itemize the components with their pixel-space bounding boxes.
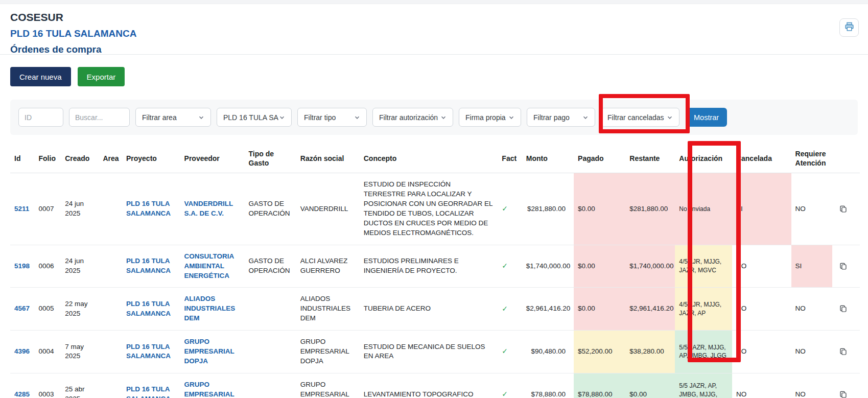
col-header-tipo-gasto: Tipo de Gasto <box>245 144 296 173</box>
cell-autorizacion: 4/5 LJR, MJJG, JAZR, MGVC <box>675 245 732 288</box>
filter-select-tipo[interactable]: Filtrar tipo <box>297 108 367 127</box>
cell-area <box>99 331 122 373</box>
cell-concepto: ESTUDIOS PRELIMINARES E INGENIERÍA DE PR… <box>360 245 498 288</box>
cell-cancelada: NO <box>732 331 791 373</box>
cell-creado: 25 abr 2025 <box>61 373 99 398</box>
cell-area <box>99 288 122 331</box>
copy-icon[interactable] <box>836 260 850 273</box>
cell-folio: 0004 <box>35 331 61 373</box>
filter-select-pago[interactable]: Filtrar pago <box>527 108 595 127</box>
cell-pagado: $0.00 <box>574 173 625 245</box>
project-link[interactable]: PLD 16 TULA SALAMANCA <box>126 200 171 217</box>
top-strip <box>0 0 868 4</box>
project-link[interactable]: PLD 16 TULA SALAMANCA <box>126 343 171 360</box>
table-row: 5211 0007 24 jun 2025 PLD 16 TULA SALAMA… <box>10 173 860 245</box>
check-icon: ✓ <box>502 305 508 313</box>
cell-concepto: LEVANTAMIENTO TOPOGRAFICO <box>360 373 498 398</box>
provider-link[interactable]: CONSULTORIA AMBIENTAL ENERGÉTICA <box>184 252 234 279</box>
col-header-id: Id <box>10 144 35 173</box>
action-buttons: Crear nueva Exportar <box>0 55 868 86</box>
cell-autorizacion: 5/5 JAZR, AP, JMBG, MJJG, JPR <box>675 373 732 398</box>
filter-select-label: Firma propia <box>465 113 506 122</box>
project-link[interactable]: PLD 16 TULA SALAMANCA <box>126 385 171 398</box>
col-header-concepto: Concepto <box>360 144 498 173</box>
filter-select-firma-propia[interactable]: Firma propia <box>459 108 521 127</box>
filter-select-label: Filtrar canceladas <box>607 113 664 122</box>
filter-select-label: Filtrar tipo <box>304 113 336 122</box>
filter-select-label: PLD 16 TULA SA <box>223 113 278 122</box>
cell-cancelada: NO <box>732 288 791 331</box>
cell-tipo-gasto <box>245 373 296 398</box>
cell-restante: $1,740,000.00 <box>625 245 675 288</box>
col-header-restante: Restante <box>625 144 675 173</box>
export-button[interactable]: Exportar <box>78 67 125 86</box>
order-id-link[interactable]: 5198 <box>14 262 30 270</box>
chevron-down-icon <box>667 114 673 121</box>
cell-folio: 0007 <box>35 173 61 245</box>
copy-icon[interactable] <box>836 202 850 216</box>
cell-restante: $2,961,416.20 <box>625 288 675 331</box>
cell-creado: 22 may 2025 <box>61 288 99 331</box>
company-name: COSESUR <box>10 11 858 24</box>
copy-icon[interactable] <box>836 388 850 398</box>
copy-icon[interactable] <box>836 345 850 358</box>
cell-restante: $38,280.00 <box>625 331 675 373</box>
filter-select-area[interactable]: Filtrar area <box>135 108 211 127</box>
check-icon: ✓ <box>502 390 508 398</box>
provider-link[interactable]: VANDERDRILL S.A. DE C.V. <box>184 200 233 217</box>
orders-table-wrap: IdFolioCreadoAreaProyectoProveedorTipo d… <box>10 144 858 398</box>
print-button[interactable] <box>839 18 859 37</box>
filter-select-label: Filtrar autorización <box>379 113 438 122</box>
cell-restante: $0.00 <box>625 373 675 398</box>
cell-concepto: ESTUDIO DE MECANICA DE SUELOS EN AREA <box>360 331 498 373</box>
project-link[interactable]: PLD 16 TULA SALAMANCA <box>126 300 171 317</box>
filter-select-label: Filtrar pago <box>533 113 570 122</box>
chevron-down-icon <box>440 114 447 121</box>
search-input[interactable] <box>69 108 130 127</box>
cell-tipo-gasto <box>245 331 296 373</box>
cell-creado: 24 jun 2025 <box>61 173 99 245</box>
cell-razon-social: GRUPO EMPRESARIAL DOPJA <box>296 331 360 373</box>
cell-tipo-gasto <box>245 288 296 331</box>
cell-autorizacion: No enviada <box>675 173 732 245</box>
cell-autorizacion: 4/5 LJR, MJJG, JAZR, AP <box>675 288 732 331</box>
filter-bar: Filtrar areaPLD 16 TULA SAFiltrar tipoFi… <box>10 100 858 135</box>
cell-monto: $1,740,000.00 <box>522 245 574 288</box>
cell-folio: 0006 <box>35 245 61 288</box>
col-header-cancelada: Cancelada <box>732 144 791 173</box>
col-header-fact: Fact <box>498 144 522 173</box>
order-id-link[interactable]: 4285 <box>14 390 30 398</box>
cell-creado: 7 may 2025 <box>61 331 99 373</box>
check-icon: ✓ <box>502 204 508 213</box>
col-header-requiere-atencion: Requiere Atención <box>791 144 833 173</box>
create-order-button[interactable]: Crear nueva <box>10 67 71 86</box>
provider-link[interactable]: ALIADOS INDUSTRIALES DEM <box>184 295 236 322</box>
cell-concepto: TUBERIA DE ACERO <box>360 288 498 331</box>
table-row: 4396 0004 7 may 2025 PLD 16 TULA SALAMAN… <box>10 331 860 373</box>
id-filter-input[interactable] <box>18 108 63 127</box>
table-row: 5198 0006 24 jun 2025 PLD 16 TULA SALAMA… <box>10 245 860 288</box>
order-id-link[interactable]: 4567 <box>14 305 30 312</box>
table-row: 4567 0005 22 may 2025 PLD 16 TULA SALAMA… <box>10 288 860 331</box>
show-button[interactable]: Mostrar <box>686 108 727 127</box>
chevron-down-icon <box>279 114 285 121</box>
filter-select-proyecto[interactable]: PLD 16 TULA SA <box>217 108 292 127</box>
project-link[interactable]: PLD 16 TULA SALAMANCA <box>126 257 171 274</box>
copy-icon[interactable] <box>836 302 850 315</box>
order-id-link[interactable]: 4396 <box>14 347 30 355</box>
provider-link[interactable]: GRUPO EMPRESARIAL DOPJA <box>184 338 234 365</box>
filter-select-canceladas[interactable]: Filtrar canceladas <box>601 108 679 127</box>
cell-monto: $78,880.00 <box>522 373 574 398</box>
cell-requiere-atencion: NO <box>791 173 833 245</box>
orders-page: COSESUR PLD 16 TULA SALAMANCA Órdenes de… <box>0 0 868 398</box>
chevron-down-icon <box>508 114 514 121</box>
provider-link[interactable]: GRUPO EMPRESARIAL DOPJA <box>184 381 234 398</box>
cell-requiere-atencion: NO <box>791 331 833 373</box>
order-id-link[interactable]: 5211 <box>14 205 29 213</box>
cell-area <box>99 373 122 398</box>
cell-pagado: $0.00 <box>574 288 625 331</box>
col-header-area: Area <box>99 144 122 173</box>
filter-select-autorizacion[interactable]: Filtrar autorización <box>372 108 453 127</box>
orders-table-head-row: IdFolioCreadoAreaProyectoProveedorTipo d… <box>10 144 860 173</box>
check-icon: ✓ <box>502 262 508 270</box>
